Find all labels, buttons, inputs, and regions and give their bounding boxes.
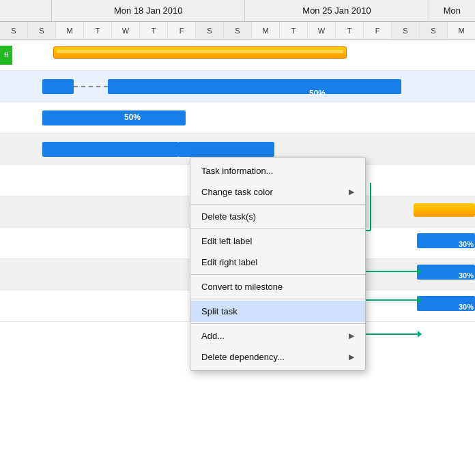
day-s5: S	[392, 22, 420, 39]
orange-bar-row6	[414, 203, 475, 217]
pct-label-50: 50%	[309, 89, 326, 98]
blue-bar-row4	[42, 142, 179, 157]
context-menu-separator-3	[190, 274, 365, 275]
green-tag: ff	[0, 46, 12, 65]
submenu-arrow-change-color: ▶	[349, 188, 354, 196]
left-label-1: ff	[0, 40, 12, 70]
blue-bar-right3: 30%	[417, 296, 475, 311]
blue-bar-row3: 50%	[42, 110, 186, 125]
day-w2: W	[308, 22, 336, 39]
week-label-partial	[0, 0, 52, 21]
orange-summary-bar	[53, 46, 347, 59]
week-label-3: Mon	[429, 0, 475, 21]
day-s1: S	[0, 22, 28, 39]
day-t2: T	[140, 22, 168, 39]
day-f2: F	[364, 22, 392, 39]
day-w1: W	[112, 22, 140, 39]
context-menu-label-change-color: Change task color	[201, 187, 273, 197]
context-menu-label-edit-right: Edit right label	[201, 257, 257, 267]
context-menu-item-add[interactable]: Add... ▶	[190, 325, 365, 346]
context-menu-label-edit-left: Edit left label	[201, 236, 252, 246]
context-menu-item-edit-right[interactable]: Edit right label	[190, 252, 365, 273]
context-menu-item-delete-dep[interactable]: Delete dependency... ▶	[190, 346, 365, 368]
blue-bar-right: 50%	[108, 79, 401, 94]
context-menu-item-edit-left[interactable]: Edit left label	[190, 230, 365, 252]
context-menu-label-delete-tasks: Delete task(s)	[201, 211, 256, 222]
calendar-container: Mon 18 Jan 2010 Mon 25 Jan 2010 Mon S S …	[0, 0, 475, 476]
day-headers: S S M T W T F S S M T W T F S S M	[0, 22, 475, 40]
pct-30b: 30%	[459, 271, 474, 280]
pct-30c: 30%	[459, 303, 474, 311]
context-menu-label-delete-dep: Delete dependency...	[201, 352, 285, 362]
context-menu-item-change-color[interactable]: Change task color ▶	[190, 181, 365, 203]
week-headers: Mon 18 Jan 2010 Mon 25 Jan 2010 Mon	[0, 0, 475, 22]
day-t3: T	[280, 22, 308, 39]
gantt-row-1: ff	[0, 40, 475, 71]
context-menu-label-add: Add...	[201, 331, 225, 341]
dotted-connector	[74, 86, 108, 87]
pct-label-50b: 50%	[124, 113, 141, 122]
context-menu-item-split-task[interactable]: Split task	[190, 301, 365, 322]
blue-bar-right2: 30%	[417, 265, 475, 280]
blue-bar-left	[42, 79, 74, 94]
context-menu-separator-4	[190, 299, 365, 299]
pct-30a: 30%	[459, 240, 474, 248]
context-menu-item-delete-tasks[interactable]: Delete task(s)	[190, 206, 365, 227]
day-t4: T	[336, 22, 364, 39]
day-f1: F	[168, 22, 196, 39]
gantt-row-2: 50%	[0, 71, 475, 102]
submenu-arrow-add: ▶	[349, 331, 354, 340]
context-menu-separator-1	[190, 204, 365, 205]
context-menu-separator-5	[190, 323, 365, 324]
gantt-row-3: 50%	[0, 102, 475, 134]
context-menu-label-split-task: Split task	[201, 306, 238, 316]
gantt-area-3: 50%	[0, 102, 475, 133]
day-m1: M	[56, 22, 84, 39]
day-s3: S	[196, 22, 224, 39]
svg-marker-11	[418, 331, 422, 338]
day-s6: S	[420, 22, 448, 39]
context-menu-separator-2	[190, 228, 365, 229]
submenu-arrow-delete-dep: ▶	[349, 353, 354, 361]
week-label-2: Mon 25 Jan 2010	[245, 0, 429, 21]
day-t1: T	[84, 22, 112, 39]
gantt-area-1	[12, 40, 475, 70]
day-m2: M	[252, 22, 280, 39]
context-menu-label-task-info: Task information...	[201, 166, 274, 176]
day-s4: S	[224, 22, 252, 39]
day-m3: M	[448, 22, 475, 39]
day-s2: S	[28, 22, 56, 39]
context-menu-item-task-info[interactable]: Task information...	[190, 160, 365, 181]
context-menu-item-convert-milestone[interactable]: Convert to milestone	[190, 276, 365, 297]
context-menu-label-convert-milestone: Convert to milestone	[201, 282, 283, 292]
blue-bar-row4-ext	[179, 142, 274, 157]
context-menu: Task information... Change task color ▶ …	[190, 157, 366, 371]
blue-bar-right1: 30%	[417, 233, 475, 248]
week-label-1: Mon 18 Jan 2010	[52, 0, 245, 21]
gantt-area-2: 50%	[0, 71, 475, 102]
